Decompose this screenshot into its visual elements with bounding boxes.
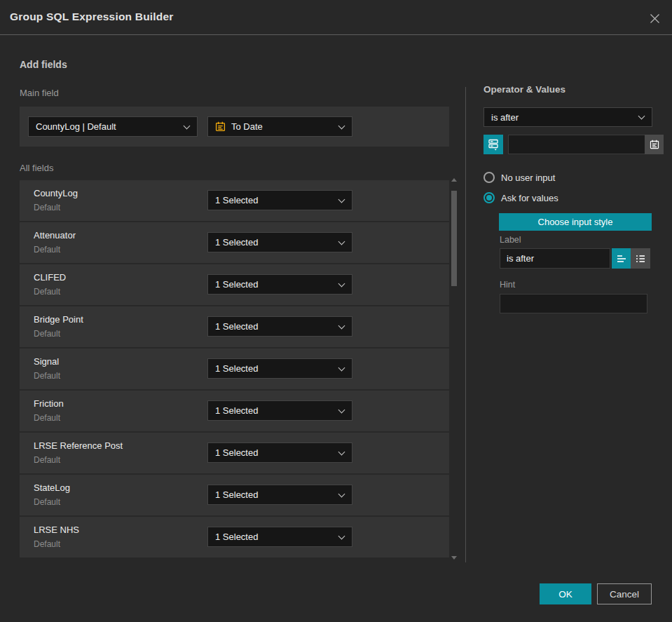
field-row-statelog: StateLog Default 1 Selected: [20, 475, 449, 515]
chevron-down-icon: [338, 238, 345, 245]
field-row-countylog: CountyLog Default 1 Selected: [20, 180, 449, 221]
dialog-title: Group SQL Expression Builder: [10, 11, 174, 23]
add-fields-heading: Add fields: [20, 59, 67, 70]
main-field-date-select[interactable]: To Date: [207, 116, 352, 137]
cancel-button[interactable]: Cancel: [597, 583, 652, 604]
field-name: Friction: [34, 398, 64, 409]
field-selected-value: 1 Selected: [215, 363, 258, 374]
all-fields-label: All fields: [20, 163, 53, 173]
panel-divider: [465, 87, 466, 562]
main-field-select[interactable]: CountyLog | Default: [28, 116, 198, 137]
calendar-icon: [215, 121, 226, 132]
main-field-select-value: CountyLog | Default: [36, 121, 116, 132]
bullet-list-icon: [636, 254, 645, 264]
field-subtitle: Default: [34, 497, 60, 507]
field-selected-dropdown[interactable]: 1 Selected: [207, 485, 352, 505]
list-scrollbar[interactable]: [451, 175, 458, 562]
value-input-row: [484, 135, 652, 154]
calendar-icon: [650, 140, 659, 149]
chevron-down-icon: [338, 322, 345, 329]
field-subtitle: Default: [34, 245, 60, 255]
operator-select[interactable]: is after: [484, 107, 652, 127]
scroll-down-arrow-icon[interactable]: [451, 556, 457, 560]
date-picker-button[interactable]: [645, 135, 664, 154]
radio-no-user-input[interactable]: No user input: [484, 172, 555, 183]
single-line-style-button[interactable]: [612, 248, 631, 269]
field-row-clifed: CLIFED Default 1 Selected: [20, 264, 449, 305]
radio-ask-for-values[interactable]: Ask for values: [484, 192, 558, 203]
chevron-down-icon: [338, 280, 345, 287]
field-selected-value: 1 Selected: [215, 405, 258, 416]
field-name: StateLog: [34, 482, 70, 493]
chevron-down-icon: [338, 490, 345, 497]
operator-select-value: is after: [491, 112, 519, 123]
field-selected-dropdown[interactable]: 1 Selected: [207, 316, 352, 337]
radio-label: No user input: [501, 173, 555, 183]
field-row-lrse-nhs: LRSE NHS Default 1 Selected: [20, 517, 449, 557]
close-icon: [650, 13, 660, 24]
chevron-down-icon: [338, 448, 345, 455]
choose-input-style-button[interactable]: Choose input style: [499, 213, 652, 231]
field-selected-dropdown[interactable]: 1 Selected: [207, 232, 352, 252]
field-row-friction: Friction Default 1 Selected: [20, 391, 449, 431]
field-subtitle: Default: [34, 203, 60, 212]
radio-circle-checked-icon: [484, 192, 495, 203]
field-selected-dropdown[interactable]: 1 Selected: [207, 190, 352, 210]
field-row-signal: Signal Default 1 Selected: [20, 349, 449, 389]
field-selected-dropdown[interactable]: 1 Selected: [207, 527, 352, 547]
stacked-values-button[interactable]: [484, 135, 503, 154]
label-caption: Label: [500, 235, 521, 245]
scrollbar-thumb[interactable]: [451, 191, 457, 286]
field-name: LRSE Reference Post: [34, 440, 123, 451]
field-selected-value: 1 Selected: [215, 489, 258, 500]
field-subtitle: Default: [34, 413, 60, 423]
field-selected-value: 1 Selected: [215, 195, 258, 205]
chevron-down-icon: [338, 406, 345, 413]
hint-input[interactable]: [500, 294, 647, 313]
field-row-attenuator: Attenuator Default 1 Selected: [20, 222, 449, 263]
field-name: LRSE NHS: [34, 525, 79, 535]
radio-circle-icon: [484, 172, 495, 183]
stacked-values-icon: [488, 138, 499, 151]
field-subtitle: Default: [34, 287, 60, 297]
chevron-down-icon: [184, 122, 191, 129]
chevron-down-icon: [338, 122, 345, 129]
label-input[interactable]: [500, 248, 610, 269]
hint-caption: Hint: [500, 280, 515, 290]
field-selected-value: 1 Selected: [215, 447, 258, 458]
field-subtitle: Default: [34, 455, 60, 465]
field-subtitle: Default: [34, 329, 60, 339]
chevron-down-icon: [338, 364, 345, 371]
field-subtitle: Default: [34, 371, 60, 381]
field-selected-dropdown[interactable]: 1 Selected: [207, 400, 352, 421]
field-name: Signal: [34, 356, 59, 367]
ok-button[interactable]: OK: [540, 583, 591, 604]
field-selected-dropdown[interactable]: 1 Selected: [207, 442, 352, 463]
radio-label: Ask for values: [501, 193, 558, 203]
operator-values-heading: Operator & Values: [484, 84, 565, 95]
chevron-down-icon: [338, 532, 345, 539]
close-button[interactable]: [645, 9, 664, 27]
main-field-date-select-value: To Date: [231, 121, 263, 132]
field-selected-value: 1 Selected: [215, 532, 258, 542]
field-name: Bridge Point: [34, 314, 83, 325]
field-name: CLIFED: [34, 272, 66, 283]
field-selected-dropdown[interactable]: 1 Selected: [207, 274, 352, 295]
field-name: Attenuator: [34, 230, 76, 241]
align-left-icon: [617, 254, 626, 264]
field-selected-dropdown[interactable]: 1 Selected: [207, 358, 352, 379]
label-input-row: [500, 248, 652, 269]
field-row-bridge-point: Bridge Point Default 1 Selected: [20, 306, 449, 347]
dialog-titlebar: Group SQL Expression Builder: [0, 0, 672, 35]
field-name: CountyLog: [34, 188, 78, 198]
value-input[interactable]: [508, 135, 645, 154]
field-selected-value: 1 Selected: [215, 237, 258, 248]
value-input-group: [508, 135, 664, 154]
chevron-down-icon: [338, 196, 345, 203]
field-selected-value: 1 Selected: [215, 279, 258, 290]
field-selected-value: 1 Selected: [215, 321, 258, 332]
field-row-lrse-reference-post: LRSE Reference Post Default 1 Selected: [20, 433, 449, 473]
main-field-panel: CountyLog | Default To Date: [20, 107, 449, 147]
list-style-button[interactable]: [631, 248, 650, 269]
scroll-up-arrow-icon[interactable]: [451, 178, 457, 182]
